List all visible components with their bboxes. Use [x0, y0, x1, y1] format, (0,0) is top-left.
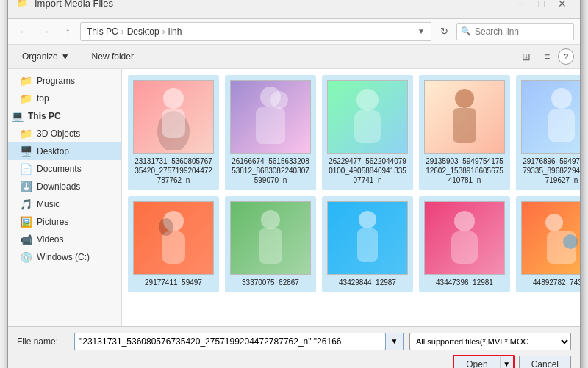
file-thumb-2 — [327, 80, 408, 154]
folder-icon-top: 📁 — [20, 93, 32, 104]
file-item-2[interactable]: 26229477_5622044079010​0_490588409413350… — [322, 75, 413, 190]
svg-rect-16 — [259, 228, 282, 264]
title-controls: ─ □ ✕ — [512, 0, 571, 12]
sidebar-label-desktop: Desktop — [37, 146, 69, 156]
file-item-5[interactable]: 29177411_59497 — [128, 196, 219, 292]
dialog-title: Import Media Files — [35, 0, 113, 9]
file-thumb-4 — [521, 80, 580, 154]
organize-button[interactable]: Organize ▼ — [14, 48, 78, 65]
svg-point-0 — [163, 88, 184, 109]
svg-point-21 — [545, 214, 563, 231]
search-input[interactable] — [456, 23, 574, 40]
person-svg-5 — [151, 205, 196, 271]
maximize-button[interactable]: □ — [533, 0, 551, 12]
open-dropdown-arrow[interactable]: ▼ — [500, 355, 514, 369]
search-wrapper: 🔍 — [456, 23, 574, 40]
person-svg-7 — [345, 205, 390, 271]
folder-icon-documents: 📄 — [20, 163, 32, 175]
filename-input[interactable] — [74, 333, 386, 350]
file-item-1[interactable]: 26166674_5615633208538​12_86830822403075… — [225, 75, 316, 190]
dialog-icon: 📁 — [17, 0, 29, 10]
sidebar-item-pictures[interactable]: 🖼️ Pictures — [8, 213, 121, 231]
file-thumb-8 — [424, 201, 505, 275]
sidebar-item-programs[interactable]: 📁 Programs — [8, 72, 121, 90]
folder-icon-downloads: ⬇️ — [20, 181, 32, 192]
breadcrumb-dropdown[interactable]: ▼ — [417, 27, 425, 35]
file-item-9[interactable]: 44892782_74326 — [516, 196, 580, 292]
file-name-8: 43447396_12981 — [436, 278, 493, 287]
action-row: Open ▼ Cancel — [17, 355, 571, 369]
person-svg-8 — [442, 205, 487, 271]
up-button[interactable]: ↑ — [58, 23, 77, 40]
sidebar-item-3dobjects[interactable]: 📁 3D Objects — [8, 125, 121, 142]
file-item-3[interactable]: 29135903_5949754175126​02_15389186056754… — [419, 75, 510, 190]
svg-point-14 — [159, 218, 173, 236]
sidebar: 📁 Programs 📁 top 💻 This PC 📁 3D Objects … — [8, 69, 122, 326]
svg-point-10 — [551, 88, 572, 109]
filetype-select[interactable]: All supported files(*.MVI *.MOC — [409, 333, 571, 350]
sidebar-label-videos: Videos — [37, 234, 63, 245]
sidebar-label-top: top — [37, 93, 49, 104]
breadcrumb-part-desktop[interactable]: Desktop — [127, 26, 159, 37]
svg-rect-4 — [256, 107, 285, 144]
new-folder-button[interactable]: New folder — [84, 48, 142, 65]
back-button[interactable]: ← — [14, 23, 33, 40]
folder-icon-3d: 📁 — [20, 128, 32, 140]
sidebar-item-downloads[interactable]: ⬇️ Downloads — [8, 178, 121, 195]
file-name-9: 44892782_74326 — [533, 278, 580, 287]
sidebar-item-thispc[interactable]: 💻 This PC — [8, 107, 121, 125]
filename-input-group: ▼ — [74, 333, 404, 350]
main-area: 📁 Programs 📁 top 💻 This PC 📁 3D Objects … — [8, 69, 580, 326]
file-item-0[interactable]: 23131731_5360805767354​20_27571992044727… — [128, 75, 219, 190]
open-button[interactable]: Open — [453, 355, 499, 369]
minimize-button[interactable]: ─ — [512, 0, 530, 12]
sidebar-label-music: Music — [37, 199, 60, 209]
drive-icon: 💿 — [20, 251, 32, 263]
file-thumb-0 — [133, 80, 214, 154]
person-svg-9 — [539, 205, 580, 271]
sidebar-item-documents[interactable]: 📄 Documents — [8, 160, 121, 178]
file-item-6[interactable]: 33370075_62867 — [225, 196, 316, 292]
filename-row: File name: ▼ All supported files(*.MVI *… — [17, 333, 571, 350]
view-details-button[interactable]: ≡ — [537, 48, 556, 65]
cancel-button[interactable]: Cancel — [519, 356, 571, 369]
toolbar: Organize ▼ New folder ⊞ ≡ ? — [8, 45, 580, 69]
filename-dropdown-arrow[interactable]: ▼ — [386, 333, 404, 350]
svg-point-19 — [454, 211, 475, 231]
filename-label: File name: — [17, 336, 68, 347]
file-item-7[interactable]: 43429844_12987 — [322, 196, 413, 292]
person-svg-2 — [345, 84, 390, 150]
svg-point-15 — [261, 210, 280, 229]
close-button[interactable]: ✕ — [553, 0, 571, 12]
file-name-0: 23131731_5360805767354​20_27571992044727… — [133, 156, 214, 185]
sidebar-item-music[interactable]: 🎵 Music — [8, 195, 121, 213]
sidebar-item-desktop[interactable]: 🖥️ Desktop — [8, 142, 121, 160]
folder-icon-desktop: 🖥️ — [20, 145, 32, 157]
breadcrumb-part-thispc[interactable]: This PC — [87, 26, 118, 37]
person-svg-0 — [151, 84, 196, 150]
bottom-area: File name: ▼ All supported files(*.MVI *… — [8, 326, 580, 369]
refresh-button[interactable]: ↻ — [434, 23, 453, 40]
help-button[interactable]: ? — [558, 48, 574, 65]
forward-button[interactable]: → — [36, 23, 55, 40]
breadcrumb-sep-2: › — [162, 26, 165, 37]
file-name-3: 29135903_5949754175126​02_15389186056754… — [424, 156, 505, 185]
svg-rect-2 — [162, 109, 185, 138]
file-thumb-7 — [327, 201, 408, 275]
svg-rect-11 — [548, 109, 575, 142]
sidebar-item-videos[interactable]: 📹 Videos — [8, 231, 121, 248]
person-svg-4 — [539, 84, 580, 150]
sidebar-label-windowsc: Windows (C:) — [37, 252, 90, 262]
breadcrumb-part-linh[interactable]: linh — [168, 26, 182, 37]
folder-icon: 📁 — [20, 75, 32, 87]
file-item-4[interactable]: 29176896_5949747541793​35_89682294525557… — [516, 75, 580, 190]
breadcrumb[interactable]: This PC › Desktop › linh ▼ — [80, 22, 431, 41]
view-large-icons-button[interactable]: ⊞ — [517, 48, 536, 65]
sidebar-item-top[interactable]: 📁 top — [8, 90, 121, 107]
svg-point-5 — [270, 91, 288, 109]
file-item-8[interactable]: 43447396_12981 — [419, 196, 510, 292]
svg-rect-13 — [162, 231, 185, 264]
svg-rect-18 — [357, 228, 378, 262]
file-grid: 23131731_5360805767354​20_27571992044727… — [122, 69, 580, 326]
sidebar-item-windowsc[interactable]: 💿 Windows (C:) — [8, 248, 121, 266]
